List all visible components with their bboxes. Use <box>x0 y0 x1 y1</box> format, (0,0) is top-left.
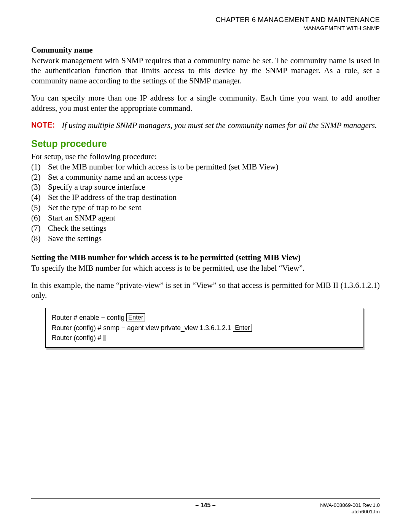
enter-key: Enter <box>126 313 145 321</box>
list-number: (3) <box>31 182 48 192</box>
setup-heading: Setup procedure <box>31 138 380 149</box>
list-item: (5)Set the type of trap to be sent <box>31 203 380 213</box>
list-number: (1) <box>31 162 48 172</box>
code-line-3: Router (config) # <box>52 333 357 343</box>
mib-paragraph-1: To specify the MIB number for which acce… <box>31 263 380 273</box>
note-text: If using multiple SNMP managers, you mus… <box>62 120 380 131</box>
list-number: (2) <box>31 172 48 182</box>
list-number: (6) <box>31 213 48 223</box>
list-text: Save the settings <box>48 233 380 244</box>
footer-doc-id: NWA-008869-001 Rev.1.0 <box>296 502 380 509</box>
list-number: (7) <box>31 223 48 233</box>
list-item: (4)Set the IP address of the trap destin… <box>31 192 380 203</box>
header-rule <box>31 36 380 36</box>
list-item: (7)Check the settings <box>31 223 380 233</box>
list-text: Set a community name and an access type <box>48 172 380 182</box>
code-text: Router (config) # snmp − agent view priv… <box>52 324 233 332</box>
list-number: (5) <box>31 203 48 213</box>
header-chapter: CHAPTER 6 MANAGEMENT AND MAINTENANCE <box>31 15 380 24</box>
list-text: Start an SNMP agent <box>48 213 380 223</box>
code-line-1: Router # enable − config Enter <box>52 313 357 323</box>
list-number: (8) <box>31 233 48 244</box>
list-text: Check the settings <box>48 223 380 233</box>
page-header: CHAPTER 6 MANAGEMENT AND MAINTENANCE MAN… <box>31 15 380 32</box>
community-heading: Community name <box>31 45 380 55</box>
mib-subheading: Setting the MIB number for which access … <box>31 253 380 262</box>
footer-rule <box>31 498 380 499</box>
list-number: (4) <box>31 192 48 203</box>
footer-doc-info: NWA-008869-001 Rev.1.0 atch6001.fm <box>296 502 380 515</box>
header-subtitle: MANAGEMENT WITH SNMP <box>31 24 380 32</box>
list-item: (8)Save the settings <box>31 233 380 244</box>
list-item: (1)Set the MIB number for which access i… <box>31 162 380 172</box>
list-item: (6)Start an SNMP agent <box>31 213 380 223</box>
setup-intro: For setup, use the following procedure: <box>31 152 380 162</box>
note-label: NOTE: <box>31 120 62 131</box>
list-text: Set the type of trap to be sent <box>48 203 380 213</box>
list-item: (3)Specify a trap source interface <box>31 182 380 192</box>
list-text: Set the MIB number for which access is t… <box>48 162 380 172</box>
page-footer: – 145 – NWA-008869-001 Rev.1.0 atch6001.… <box>31 498 380 515</box>
list-item: (2)Set a community name and an access ty… <box>31 172 380 182</box>
page-number: – 145 – <box>195 502 215 509</box>
setup-steps-list: (1)Set the MIB number for which access i… <box>31 162 380 244</box>
list-text: Specify a trap source interface <box>48 182 380 192</box>
code-block: Router # enable − config Enter Router (c… <box>46 309 365 350</box>
enter-key: Enter <box>233 324 252 332</box>
code-text: Router (config) # <box>52 334 103 342</box>
community-paragraph-1: Network management with SNMP requires th… <box>31 56 380 86</box>
footer-filename: atch6001.fm <box>296 508 380 515</box>
code-text: Router # enable − config <box>52 314 126 321</box>
cursor-icon <box>103 335 106 341</box>
list-text: Set the IP address of the trap destinati… <box>48 192 380 203</box>
code-line-2: Router (config) # snmp − agent view priv… <box>52 323 357 333</box>
mib-paragraph-2: In this example, the name “private-view”… <box>31 280 380 301</box>
page: CHAPTER 6 MANAGEMENT AND MAINTENANCE MAN… <box>0 0 411 532</box>
community-paragraph-2: You can specify more than one IP address… <box>31 93 380 113</box>
note-block: NOTE: If using multiple SNMP managers, y… <box>31 120 380 131</box>
